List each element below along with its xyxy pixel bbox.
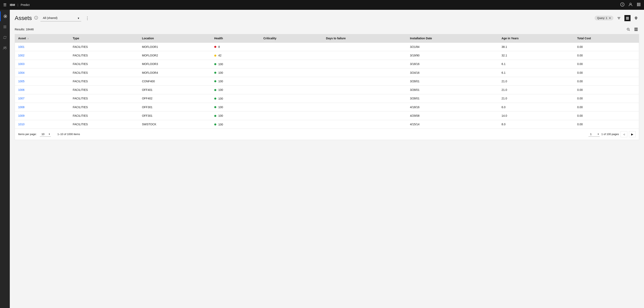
apps-icon[interactable] — [637, 2, 641, 7]
cell-days-to-failure — [323, 120, 407, 129]
col-asset-label: Asset — [18, 37, 26, 40]
cell-type: FACILITIES — [70, 77, 138, 86]
svg-rect-7 — [638, 4, 639, 5]
asset-group-dropdown-wrapper: All (shared) My Assets Shared Assets ▾ — [40, 15, 81, 21]
svg-point-29 — [627, 28, 629, 30]
page-select-wrapper: 1 ▾ — [588, 132, 600, 137]
items-count-text: 1–10 of 1000 items — [57, 133, 80, 136]
items-per-page-select[interactable]: 10 20 50 100 — [40, 132, 51, 137]
asset-link[interactable]: 1010 — [18, 123, 24, 126]
table-header-row: Asset ↑ Type Location Health Criticality… — [15, 34, 639, 43]
search-button[interactable] — [625, 26, 631, 32]
main-content: Assets All (shared) My Assets Shared Ass… — [10, 10, 644, 308]
results-actions — [625, 26, 639, 32]
asset-link[interactable]: 1001 — [18, 45, 24, 48]
info-icon[interactable] — [34, 16, 38, 20]
asset-link[interactable]: 1009 — [18, 114, 24, 117]
svg-rect-25 — [626, 17, 629, 17]
header-right: Query: 1 ✕ — [594, 15, 639, 21]
health-indicator — [214, 89, 216, 91]
health-indicator — [214, 55, 216, 57]
asset-link[interactable]: 1002 — [18, 54, 24, 57]
cell-age-years: 32.1 — [498, 51, 574, 60]
svg-point-28 — [636, 17, 637, 18]
health-indicator — [214, 63, 216, 65]
svg-line-30 — [629, 30, 630, 31]
cell-asset: 1009 — [15, 111, 70, 120]
list-view-button[interactable] — [624, 15, 630, 21]
prev-page-button[interactable]: ◀ — [620, 131, 627, 137]
items-per-page-wrapper: 10 20 50 100 ▾ — [40, 132, 51, 137]
cell-criticality — [260, 51, 323, 60]
cell-location: MOFLOOR1 — [139, 43, 211, 51]
svg-rect-9 — [637, 5, 638, 6]
col-age-in-years: Age in Years — [498, 34, 574, 43]
help-icon[interactable]: ? — [620, 2, 624, 7]
cell-age-years: 6.1 — [498, 60, 574, 68]
brand-divider: | — [18, 3, 18, 6]
table-row: 1003 FACILITIES MOFLOOR3 100 3/18/16 6.1… — [15, 60, 639, 68]
asset-link[interactable]: 1008 — [18, 106, 24, 109]
query-badge-close[interactable]: ✕ — [609, 17, 611, 19]
table-row: 1008 FACILITIES OFF301 100 4/18/16 6.0 0… — [15, 103, 639, 111]
asset-link[interactable]: 1003 — [18, 62, 24, 66]
cell-type: FACILITIES — [70, 86, 138, 94]
menu-icon[interactable]: ☰ — [3, 3, 6, 7]
user-icon[interactable] — [628, 2, 632, 7]
cell-health: 100 — [211, 103, 260, 111]
cell-total-cost: 0.00 — [574, 111, 639, 120]
cell-criticality — [260, 86, 323, 94]
cell-criticality — [260, 60, 323, 68]
cell-health: 42 — [211, 51, 260, 60]
health-indicator — [214, 46, 216, 48]
health-indicator — [214, 98, 216, 100]
col-asset[interactable]: Asset ↑ — [15, 34, 70, 43]
cell-days-to-failure — [323, 43, 407, 51]
health-value: 100 — [218, 114, 223, 118]
next-page-button[interactable]: ▶ — [629, 131, 636, 137]
cell-asset: 1001 — [15, 43, 70, 51]
cell-health: 100 — [211, 60, 260, 68]
map-view-button[interactable] — [633, 15, 639, 21]
asset-link[interactable]: 1005 — [18, 80, 24, 83]
cell-asset: 1006 — [15, 86, 70, 94]
asset-group-dropdown[interactable]: All (shared) My Assets Shared Assets — [40, 15, 81, 21]
asset-link[interactable]: 1006 — [18, 88, 24, 91]
cell-age-years: 21.0 — [498, 77, 574, 86]
cell-install-date: 4/18/16 — [407, 103, 498, 111]
cell-health: 100 — [211, 86, 260, 94]
health-indicator — [214, 72, 216, 74]
svg-point-12 — [5, 16, 6, 17]
pagination-bar: Items per page: 10 20 50 100 ▾ 1–10 of 1… — [15, 129, 639, 140]
col-days-to-failure: Days to failure — [323, 34, 407, 43]
cell-install-date: 3/24/16 — [407, 68, 498, 77]
sidebar-item-users[interactable] — [0, 43, 10, 53]
overflow-menu-button[interactable]: ⋮ — [84, 15, 91, 21]
svg-rect-27 — [626, 19, 629, 19]
items-per-page-label: Items per page: — [18, 133, 36, 136]
cell-location: OFF301 — [139, 103, 211, 111]
cell-health: 8 — [211, 43, 260, 51]
cell-health: 100 — [211, 77, 260, 86]
svg-point-18 — [5, 47, 6, 48]
cell-total-cost: 0.00 — [574, 43, 639, 51]
filter-button[interactable] — [616, 15, 622, 21]
table-row: 1001 FACILITIES MOFLOOR1 8 3/21/84 38.1 … — [15, 43, 639, 51]
asset-link[interactable]: 1007 — [18, 97, 24, 100]
sidebar-item-dashboard[interactable] — [0, 11, 10, 21]
cell-install-date: 3/28/01 — [407, 94, 498, 103]
columns-button[interactable] — [633, 26, 639, 32]
query-badge[interactable]: Query: 1 ✕ — [594, 16, 614, 20]
page-select[interactable]: 1 — [588, 132, 600, 137]
cell-location: OFF301 — [139, 111, 211, 120]
sidebar-item-refresh[interactable] — [0, 33, 10, 42]
cell-install-date: 3/21/84 — [407, 43, 498, 51]
cell-age-years: 6.0 — [498, 103, 574, 111]
asset-link[interactable]: 1004 — [18, 71, 24, 74]
cell-age-years: 38.1 — [498, 43, 574, 51]
sidebar-item-list[interactable] — [0, 22, 10, 32]
table-row: 1004 FACILITIES MOFLOOR4 100 3/24/16 6.1… — [15, 68, 639, 77]
cell-criticality — [260, 120, 323, 129]
cell-total-cost: 0.00 — [574, 77, 639, 86]
health-value: 100 — [218, 123, 223, 126]
